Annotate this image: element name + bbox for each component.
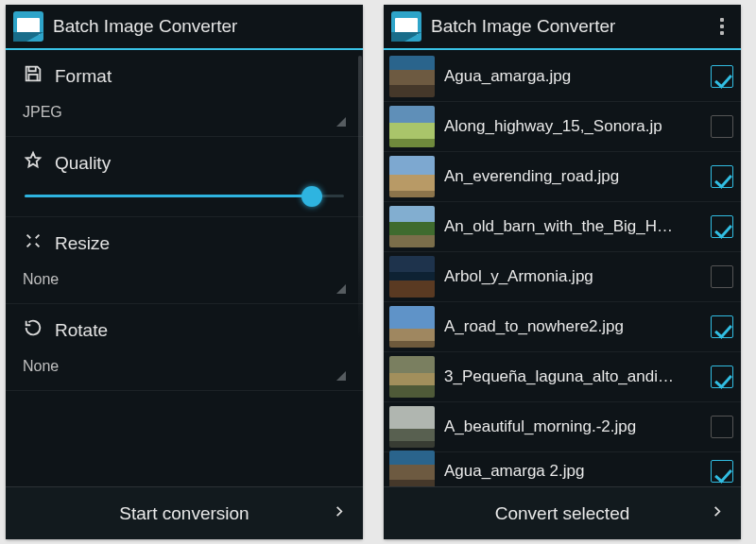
spinner-indicator-icon: [336, 371, 346, 381]
format-value: JPEG: [23, 104, 62, 120]
file-name-label: 3_Pequeña_laguna_alto_andi…: [444, 367, 701, 386]
convert-selected-label: Convert selected: [495, 503, 630, 524]
file-thumbnail: [389, 356, 435, 398]
setting-format: Format JPEG: [6, 50, 363, 137]
settings-content: Format JPEG Quality: [6, 50, 363, 486]
setting-quality: Quality: [6, 137, 363, 217]
file-name-label: An_old_barn_with_the_Big_H…: [444, 217, 701, 236]
file-checkbox[interactable]: [711, 366, 733, 388]
file-list-content: Agua_amarga.jpgAlong_highway_15,_Sonora.…: [384, 50, 741, 486]
setting-rotate-header: Rotate: [23, 317, 346, 343]
file-thumbnail: [389, 256, 435, 298]
file-row[interactable]: Along_highway_15,_Sonora.jp: [384, 102, 741, 152]
setting-resize-header: Resize: [23, 230, 346, 256]
setting-format-label: Format: [55, 66, 112, 87]
overflow-menu-icon[interactable]: [713, 11, 731, 42]
setting-quality-label: Quality: [55, 153, 111, 174]
scrollbar[interactable]: [358, 56, 362, 339]
file-thumbnail: [389, 406, 435, 448]
file-checkbox[interactable]: [711, 215, 733, 238]
rotate-value: None: [23, 358, 59, 374]
file-name-label: A_road_to_nowhere2.jpg: [444, 317, 701, 336]
format-spinner[interactable]: JPEG: [23, 100, 346, 127]
file-row[interactable]: 3_Pequeña_laguna_alto_andi…: [384, 352, 741, 402]
file-thumbnail: [389, 450, 435, 486]
file-checkbox[interactable]: [711, 165, 733, 188]
file-row[interactable]: An_old_barn_with_the_Big_H…: [384, 202, 741, 252]
convert-selected-button[interactable]: Convert selected: [384, 486, 741, 539]
settings-screen: Batch Image Converter Format JPEG Qu: [6, 5, 363, 539]
quality-slider[interactable]: [23, 187, 346, 207]
start-conversion-button[interactable]: Start conversion: [6, 486, 363, 539]
star-icon: [23, 150, 43, 176]
setting-resize-label: Resize: [55, 233, 110, 254]
file-thumbnail: [389, 106, 435, 147]
rotate-icon: [23, 317, 43, 343]
file-name-label: Arbol_y_Armonia.jpg: [444, 267, 701, 286]
file-row[interactable]: Arbol_y_Armonia.jpg: [384, 252, 741, 302]
chevron-right-icon: [711, 501, 724, 526]
file-name-label: An_everending_road.jpg: [444, 167, 701, 186]
file-name-label: Agua_amarga.jpg: [444, 67, 701, 86]
file-row[interactable]: A_beautiful_morning.-2.jpg: [384, 402, 741, 452]
app-icon: [391, 11, 421, 42]
action-bar: Batch Image Converter: [6, 5, 363, 50]
action-bar: Batch Image Converter: [384, 5, 741, 50]
file-thumbnail: [389, 156, 435, 197]
file-row[interactable]: A_road_to_nowhere2.jpg: [384, 302, 741, 352]
file-thumbnail: [389, 306, 435, 348]
file-name-label: A_beautiful_morning.-2.jpg: [444, 417, 701, 436]
file-name-label: Along_highway_15,_Sonora.jp: [444, 117, 701, 136]
app-title: Batch Image Converter: [53, 16, 353, 37]
file-row[interactable]: Agua_amarga 2.jpg: [384, 452, 741, 486]
file-checkbox[interactable]: [711, 115, 733, 138]
setting-resize: Resize None: [6, 217, 363, 304]
start-conversion-label: Start conversion: [119, 503, 249, 524]
file-checkbox[interactable]: [711, 265, 733, 288]
file-thumbnail: [389, 206, 435, 247]
file-checkbox[interactable]: [711, 416, 733, 438]
file-list-screen: Batch Image Converter Agua_amarga.jpgAlo…: [384, 5, 741, 539]
app-icon: [13, 11, 43, 42]
file-name-label: Agua_amarga 2.jpg: [444, 462, 701, 481]
file-checkbox[interactable]: [711, 65, 733, 88]
file-checkbox[interactable]: [711, 460, 733, 483]
app-title: Batch Image Converter: [431, 16, 713, 37]
resize-spinner[interactable]: None: [23, 267, 346, 294]
resize-icon: [23, 230, 43, 256]
resize-value: None: [23, 271, 59, 287]
setting-rotate: Rotate None: [6, 304, 363, 391]
spinner-indicator-icon: [336, 117, 346, 127]
setting-rotate-label: Rotate: [55, 320, 108, 341]
chevron-right-icon: [333, 501, 346, 526]
rotate-spinner[interactable]: None: [23, 354, 346, 381]
spinner-indicator-icon: [336, 284, 346, 294]
file-row[interactable]: Agua_amarga.jpg: [384, 52, 741, 102]
file-checkbox[interactable]: [711, 315, 733, 338]
save-icon: [23, 63, 43, 89]
file-row[interactable]: An_everending_road.jpg: [384, 152, 741, 202]
setting-format-header: Format: [23, 63, 346, 89]
setting-quality-header: Quality: [23, 150, 346, 176]
file-thumbnail: [389, 56, 435, 97]
